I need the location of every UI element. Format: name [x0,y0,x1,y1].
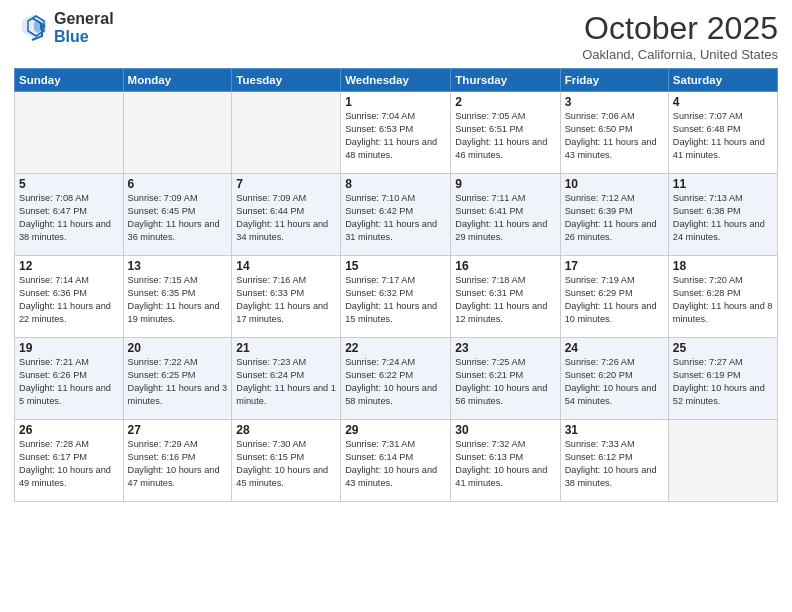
table-row: 25Sunrise: 7:27 AM Sunset: 6:19 PM Dayli… [668,338,777,420]
month-title: October 2025 [582,10,778,47]
day-number: 31 [565,423,664,437]
logo: General Blue [14,10,114,46]
table-row: 3Sunrise: 7:06 AM Sunset: 6:50 PM Daylig… [560,92,668,174]
day-number: 19 [19,341,119,355]
day-number: 3 [565,95,664,109]
day-info: Sunrise: 7:15 AM Sunset: 6:35 PM Dayligh… [128,274,228,326]
day-number: 28 [236,423,336,437]
table-row: 15Sunrise: 7:17 AM Sunset: 6:32 PM Dayli… [341,256,451,338]
day-number: 25 [673,341,773,355]
day-info: Sunrise: 7:05 AM Sunset: 6:51 PM Dayligh… [455,110,555,162]
day-number: 13 [128,259,228,273]
day-number: 22 [345,341,446,355]
day-number: 12 [19,259,119,273]
day-number: 24 [565,341,664,355]
day-info: Sunrise: 7:33 AM Sunset: 6:12 PM Dayligh… [565,438,664,490]
logo-blue-text: Blue [54,28,114,46]
col-friday: Friday [560,69,668,92]
table-row: 20Sunrise: 7:22 AM Sunset: 6:25 PM Dayli… [123,338,232,420]
table-row: 9Sunrise: 7:11 AM Sunset: 6:41 PM Daylig… [451,174,560,256]
day-info: Sunrise: 7:09 AM Sunset: 6:45 PM Dayligh… [128,192,228,244]
col-saturday: Saturday [668,69,777,92]
day-info: Sunrise: 7:13 AM Sunset: 6:38 PM Dayligh… [673,192,773,244]
day-number: 23 [455,341,555,355]
table-row: 4Sunrise: 7:07 AM Sunset: 6:48 PM Daylig… [668,92,777,174]
calendar-header-row: Sunday Monday Tuesday Wednesday Thursday… [15,69,778,92]
day-info: Sunrise: 7:24 AM Sunset: 6:22 PM Dayligh… [345,356,446,408]
table-row: 11Sunrise: 7:13 AM Sunset: 6:38 PM Dayli… [668,174,777,256]
calendar-week-row: 5Sunrise: 7:08 AM Sunset: 6:47 PM Daylig… [15,174,778,256]
day-info: Sunrise: 7:31 AM Sunset: 6:14 PM Dayligh… [345,438,446,490]
logo-icon [14,10,50,46]
day-number: 9 [455,177,555,191]
day-number: 15 [345,259,446,273]
col-sunday: Sunday [15,69,124,92]
table-row: 27Sunrise: 7:29 AM Sunset: 6:16 PM Dayli… [123,420,232,502]
table-row: 18Sunrise: 7:20 AM Sunset: 6:28 PM Dayli… [668,256,777,338]
calendar-week-row: 19Sunrise: 7:21 AM Sunset: 6:26 PM Dayli… [15,338,778,420]
day-number: 29 [345,423,446,437]
day-number: 21 [236,341,336,355]
day-info: Sunrise: 7:29 AM Sunset: 6:16 PM Dayligh… [128,438,228,490]
day-number: 26 [19,423,119,437]
day-number: 2 [455,95,555,109]
day-number: 18 [673,259,773,273]
day-info: Sunrise: 7:08 AM Sunset: 6:47 PM Dayligh… [19,192,119,244]
day-info: Sunrise: 7:14 AM Sunset: 6:36 PM Dayligh… [19,274,119,326]
day-info: Sunrise: 7:25 AM Sunset: 6:21 PM Dayligh… [455,356,555,408]
day-number: 4 [673,95,773,109]
calendar-week-row: 12Sunrise: 7:14 AM Sunset: 6:36 PM Dayli… [15,256,778,338]
col-wednesday: Wednesday [341,69,451,92]
table-row: 29Sunrise: 7:31 AM Sunset: 6:14 PM Dayli… [341,420,451,502]
day-info: Sunrise: 7:27 AM Sunset: 6:19 PM Dayligh… [673,356,773,408]
table-row: 12Sunrise: 7:14 AM Sunset: 6:36 PM Dayli… [15,256,124,338]
table-row: 2Sunrise: 7:05 AM Sunset: 6:51 PM Daylig… [451,92,560,174]
col-monday: Monday [123,69,232,92]
day-number: 11 [673,177,773,191]
day-info: Sunrise: 7:28 AM Sunset: 6:17 PM Dayligh… [19,438,119,490]
logo-text: General Blue [54,10,114,45]
table-row: 16Sunrise: 7:18 AM Sunset: 6:31 PM Dayli… [451,256,560,338]
table-row: 1Sunrise: 7:04 AM Sunset: 6:53 PM Daylig… [341,92,451,174]
table-row [15,92,124,174]
table-row: 30Sunrise: 7:32 AM Sunset: 6:13 PM Dayli… [451,420,560,502]
header: General Blue October 2025 Oakland, Calif… [14,10,778,62]
day-info: Sunrise: 7:04 AM Sunset: 6:53 PM Dayligh… [345,110,446,162]
day-number: 14 [236,259,336,273]
day-info: Sunrise: 7:09 AM Sunset: 6:44 PM Dayligh… [236,192,336,244]
day-number: 20 [128,341,228,355]
day-info: Sunrise: 7:12 AM Sunset: 6:39 PM Dayligh… [565,192,664,244]
table-row: 28Sunrise: 7:30 AM Sunset: 6:15 PM Dayli… [232,420,341,502]
day-number: 7 [236,177,336,191]
table-row: 17Sunrise: 7:19 AM Sunset: 6:29 PM Dayli… [560,256,668,338]
table-row: 31Sunrise: 7:33 AM Sunset: 6:12 PM Dayli… [560,420,668,502]
day-number: 8 [345,177,446,191]
calendar-week-row: 26Sunrise: 7:28 AM Sunset: 6:17 PM Dayli… [15,420,778,502]
day-info: Sunrise: 7:17 AM Sunset: 6:32 PM Dayligh… [345,274,446,326]
day-number: 30 [455,423,555,437]
page: General Blue October 2025 Oakland, Calif… [0,0,792,612]
col-tuesday: Tuesday [232,69,341,92]
title-block: October 2025 Oakland, California, United… [582,10,778,62]
day-info: Sunrise: 7:16 AM Sunset: 6:33 PM Dayligh… [236,274,336,326]
location: Oakland, California, United States [582,47,778,62]
logo-general-text: General [54,10,114,28]
table-row: 26Sunrise: 7:28 AM Sunset: 6:17 PM Dayli… [15,420,124,502]
col-thursday: Thursday [451,69,560,92]
calendar-week-row: 1Sunrise: 7:04 AM Sunset: 6:53 PM Daylig… [15,92,778,174]
day-info: Sunrise: 7:10 AM Sunset: 6:42 PM Dayligh… [345,192,446,244]
day-info: Sunrise: 7:06 AM Sunset: 6:50 PM Dayligh… [565,110,664,162]
day-info: Sunrise: 7:18 AM Sunset: 6:31 PM Dayligh… [455,274,555,326]
table-row: 14Sunrise: 7:16 AM Sunset: 6:33 PM Dayli… [232,256,341,338]
table-row: 5Sunrise: 7:08 AM Sunset: 6:47 PM Daylig… [15,174,124,256]
day-info: Sunrise: 7:26 AM Sunset: 6:20 PM Dayligh… [565,356,664,408]
table-row: 13Sunrise: 7:15 AM Sunset: 6:35 PM Dayli… [123,256,232,338]
day-info: Sunrise: 7:30 AM Sunset: 6:15 PM Dayligh… [236,438,336,490]
table-row: 24Sunrise: 7:26 AM Sunset: 6:20 PM Dayli… [560,338,668,420]
table-row: 6Sunrise: 7:09 AM Sunset: 6:45 PM Daylig… [123,174,232,256]
day-info: Sunrise: 7:20 AM Sunset: 6:28 PM Dayligh… [673,274,773,326]
table-row: 21Sunrise: 7:23 AM Sunset: 6:24 PM Dayli… [232,338,341,420]
table-row: 22Sunrise: 7:24 AM Sunset: 6:22 PM Dayli… [341,338,451,420]
day-info: Sunrise: 7:21 AM Sunset: 6:26 PM Dayligh… [19,356,119,408]
day-info: Sunrise: 7:07 AM Sunset: 6:48 PM Dayligh… [673,110,773,162]
